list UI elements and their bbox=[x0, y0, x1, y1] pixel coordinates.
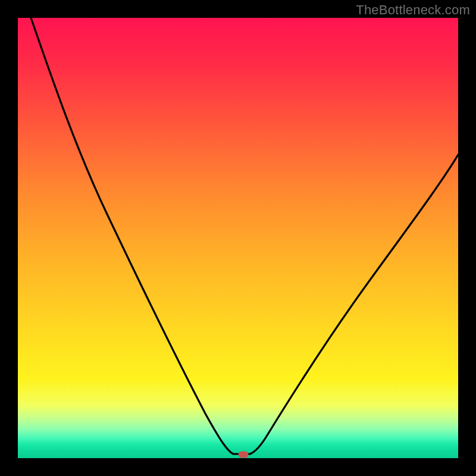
bottleneck-curve bbox=[31, 18, 458, 454]
plot-area bbox=[18, 18, 458, 458]
bottleneck-curve-svg bbox=[18, 18, 458, 458]
watermark-text: TheBottleneck.com bbox=[356, 2, 470, 18]
chart-frame: TheBottleneck.com bbox=[0, 0, 476, 476]
optimal-point-marker bbox=[239, 452, 249, 458]
